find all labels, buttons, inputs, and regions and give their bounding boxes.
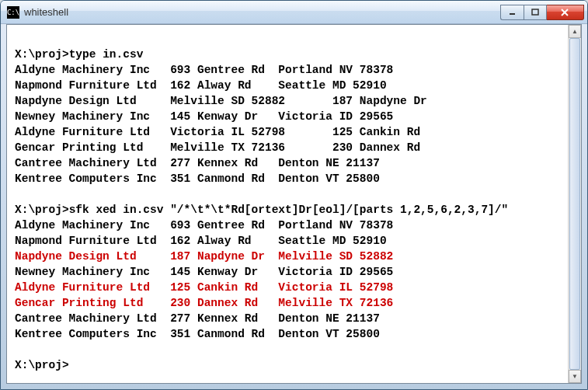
svg-rect-1 [532,9,538,15]
scroll-track[interactable] [569,38,581,370]
maximize-button[interactable] [524,5,547,20]
window-title: whiteshell [24,6,500,18]
output-line: Newney Machinery Inc 145 Kenway Dr Victo… [15,266,393,278]
window-controls [500,5,584,20]
output-line: Gencar Printing Ltd 230 Dannex Rd Melvil… [15,297,393,309]
vertical-scrollbar[interactable]: ▲ ▼ [568,25,581,383]
output-line: Aldyne Furniture Ltd 125 Cankin Rd Victo… [15,281,393,294]
output-line: Kentree Computers Inc 351 Canmond Rd Den… [15,172,380,185]
terminal-output[interactable]: X:\proj>type in.csv Aldyne Machinery Inc… [7,25,581,379]
command-text: type in.csv [69,48,144,61]
command-text: sfk xed in.csv "/*\t*\t*Rd[ortext]Dr[eol… [69,204,509,216]
output-line: Cantree Machinery Ltd 277 Kennex Rd Dent… [15,312,380,325]
prompt: X:\proj> [15,359,69,371]
prompt: X:\proj> [15,48,69,61]
output-line: Newney Machinery Inc 145 Kenway Dr Victo… [15,110,393,123]
window-frame: C:\ whiteshell X:\proj>type in.csv Aldyn… [0,0,588,390]
minimize-button[interactable] [500,5,524,20]
client-area: X:\proj>type in.csv Aldyne Machinery Inc… [6,24,582,384]
close-button[interactable] [547,5,584,20]
output-line: Aldyne Furniture Ltd Victoria IL 52798 1… [15,126,420,138]
prompt: X:\proj> [15,204,69,216]
output-line: Napmond Furniture Ltd 162 Alway Rd Seatt… [15,79,387,92]
output-line: Aldyne Machinery Inc 693 Gentree Rd Port… [15,219,393,232]
output-line: Gencar Printing Ltd Melville TX 72136 23… [15,141,420,154]
output-line: Napmond Furniture Ltd 162 Alway Rd Seatt… [15,235,387,247]
titlebar[interactable]: C:\ whiteshell [1,1,587,24]
scroll-thumb[interactable] [569,38,580,370]
output-line: Aldyne Machinery Inc 693 Gentree Rd Port… [15,64,393,76]
app-icon: C:\ [7,6,19,19]
output-line: Kentree Computers Inc 351 Canmond Rd Den… [15,328,380,340]
scroll-down-button[interactable]: ▼ [569,370,581,383]
output-line: Napdyne Design Ltd Melville SD 52882 187… [15,95,427,107]
output-line: Napdyne Design Ltd 187 Napdyne Dr Melvil… [15,250,393,263]
scroll-up-button[interactable]: ▲ [569,25,581,38]
output-line: Cantree Machinery Ltd 277 Kennex Rd Dent… [15,157,380,169]
